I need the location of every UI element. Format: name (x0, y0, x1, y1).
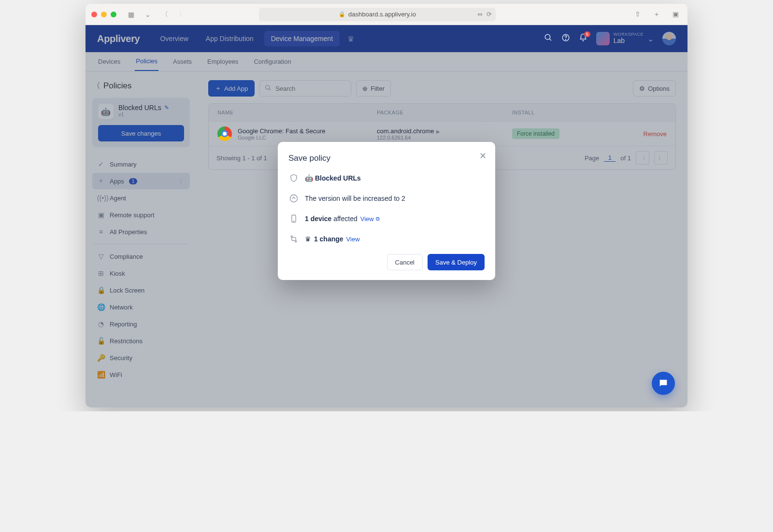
device-count: 1 device (305, 215, 331, 223)
notifications-icon[interactable]: 5 (579, 33, 587, 44)
back-button[interactable]: 〈 (158, 9, 171, 20)
modal-title: Save policy (288, 154, 485, 163)
forward-button: 〉 (176, 9, 188, 20)
save-deploy-button[interactable]: Save & Deploy (428, 254, 485, 270)
svg-point-6 (290, 195, 298, 202)
version-up-icon (288, 193, 299, 204)
crown-icon: ♛ (305, 235, 311, 243)
url-bar[interactable]: 🔒 dashboard.s.applivery.io ⇔ ⟳ (259, 8, 496, 21)
tabs-icon[interactable]: ▣ (670, 9, 682, 20)
search-icon[interactable] (544, 33, 553, 44)
change-count: 1 change (314, 235, 344, 243)
modal-close-button[interactable]: ✕ (479, 151, 487, 161)
svg-point-10 (295, 240, 297, 242)
save-policy-modal: Save policy ✕ 🤖Blocked URLs The version … (278, 142, 495, 280)
android-icon: 🤖 (305, 174, 313, 182)
new-tab-icon[interactable]: ＋ (650, 9, 663, 20)
help-icon[interactable] (561, 33, 570, 44)
shield-icon (288, 173, 299, 183)
diff-icon (288, 234, 299, 244)
url-text: dashboard.s.applivery.io (348, 11, 416, 18)
svg-line-1 (549, 39, 551, 41)
chrome-icon (217, 126, 232, 141)
view-devices-link[interactable]: View⧉ (360, 215, 380, 223)
lock-icon: 🔒 (339, 11, 345, 17)
refresh-icon[interactable]: ⟳ (487, 11, 492, 18)
sidebar-toggle-icon[interactable]: ▦ (125, 10, 137, 19)
device-suffix: affected (331, 215, 357, 223)
reader-icon[interactable]: ⇔ (477, 11, 483, 18)
svg-point-9 (291, 236, 292, 237)
tabs-dropdown-icon[interactable]: ⌄ (142, 10, 154, 19)
device-icon (288, 213, 299, 224)
modal-policy-name: Blocked URLs (315, 174, 361, 182)
svg-point-0 (545, 34, 550, 40)
minimize-window-button[interactable] (101, 12, 107, 17)
external-link-icon: ⧉ (376, 216, 380, 222)
maximize-window-button[interactable] (111, 12, 116, 17)
share-icon[interactable]: ⇧ (632, 9, 644, 20)
cancel-button[interactable]: Cancel (387, 254, 423, 270)
view-changes-link[interactable]: View (346, 236, 360, 243)
close-window-button[interactable] (91, 12, 97, 17)
svg-point-3 (565, 39, 566, 40)
notification-count: 5 (584, 31, 590, 37)
traffic-lights (91, 12, 116, 17)
version-text: The version will be increased to 2 (305, 195, 405, 202)
chat-fab[interactable] (652, 372, 675, 395)
browser-chrome: ▦ ⌄ 〈 〉 🔒 dashboard.s.applivery.io ⇔ ⟳ ⇧… (86, 4, 687, 25)
